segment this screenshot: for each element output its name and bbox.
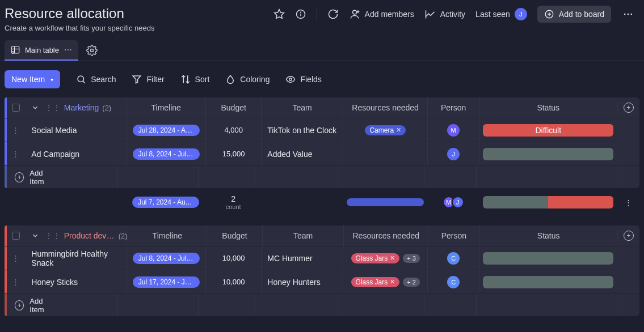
- drag-icon[interactable]: ⋮: [5, 278, 27, 286]
- col-resources[interactable]: Resources needed: [343, 97, 427, 118]
- filter-button[interactable]: Filter: [132, 74, 164, 84]
- chevron-down-icon[interactable]: [27, 104, 44, 112]
- row-name[interactable]: Honey Sticks: [27, 278, 126, 287]
- row-name[interactable]: Social Media: [27, 126, 126, 135]
- svg-line-23: [83, 81, 85, 83]
- row-name[interactable]: Hummingbird Healthy Snack: [27, 249, 126, 267]
- close-icon[interactable]: ✕: [390, 254, 395, 262]
- group-checkbox[interactable]: [12, 232, 20, 240]
- status-badge[interactable]: [483, 148, 613, 160]
- col-team[interactable]: Team: [262, 225, 343, 246]
- fields-button[interactable]: Fields: [285, 74, 321, 84]
- avatar[interactable]: J: [447, 148, 460, 160]
- coloring-button[interactable]: Coloring: [225, 74, 270, 84]
- timeline-pill[interactable]: Jul 8, 2024 - Jul 1…: [133, 253, 200, 264]
- svg-point-13: [631, 14, 633, 15]
- team-cell[interactable]: TikTok on the Clock: [261, 118, 343, 142]
- summary-persons[interactable]: M J: [427, 190, 478, 214]
- close-icon[interactable]: ✕: [390, 278, 395, 286]
- add-to-board-button[interactable]: Add to board: [537, 6, 611, 23]
- svg-point-18: [65, 49, 66, 50]
- row-name[interactable]: Ad Campaign: [27, 150, 126, 159]
- status-badge[interactable]: [483, 252, 613, 265]
- resource-tag[interactable]: Camera✕: [365, 125, 406, 135]
- add-members-button[interactable]: Add members: [349, 8, 414, 20]
- group-name[interactable]: Product devel…: [64, 231, 115, 240]
- col-status[interactable]: Status: [479, 225, 617, 246]
- team-cell[interactable]: MC Hummer: [261, 246, 343, 270]
- budget-cell[interactable]: 10,000: [205, 270, 261, 293]
- drag-icon[interactable]: ⋮: [5, 150, 27, 158]
- sort-button[interactable]: Sort: [180, 74, 210, 84]
- svg-point-17: [12, 52, 14, 54]
- col-person[interactable]: Person: [427, 97, 478, 118]
- more-icon[interactable]: [621, 7, 635, 21]
- add-item-label: Add Item: [30, 169, 56, 186]
- col-timeline[interactable]: Timeline: [126, 97, 205, 118]
- status-badge[interactable]: [483, 276, 613, 288]
- last-seen[interactable]: Last seen J: [475, 8, 527, 20]
- tab-main-table[interactable]: Main table: [5, 40, 78, 61]
- timeline-pill[interactable]: Jul 28, 2024 - Aug…: [133, 125, 200, 136]
- add-to-board-label: Add to board: [559, 10, 604, 19]
- status-badge[interactable]: Difficult: [483, 124, 613, 137]
- plus-icon[interactable]: +: [15, 172, 24, 182]
- drag-icon[interactable]: ⋮: [5, 254, 27, 262]
- col-budget[interactable]: Budget: [207, 225, 262, 246]
- team-cell[interactable]: Added Value: [261, 142, 343, 165]
- svg-point-11: [624, 14, 626, 15]
- chevron-down-icon[interactable]: [27, 232, 43, 240]
- info-icon[interactable]: [295, 8, 306, 20]
- resource-tag[interactable]: Glass Jars✕: [351, 277, 400, 287]
- timeline-pill[interactable]: Jul 17, 2024 - Jul …: [133, 276, 200, 288]
- col-budget[interactable]: Budget: [205, 97, 261, 118]
- add-item-row[interactable]: + Add Item: [5, 165, 639, 188]
- team-cell[interactable]: Honey Hunters: [261, 270, 343, 293]
- table-row[interactable]: ⋮ Hummingbird Healthy Snack Jul 8, 2024 …: [5, 246, 639, 270]
- more-icon[interactable]: ⋮: [617, 198, 639, 207]
- col-person[interactable]: Person: [428, 225, 479, 246]
- add-members-label: Add members: [365, 10, 414, 19]
- group-header-marketing[interactable]: ⋮⋮ Marketing (2) Timeline Budget Team Re…: [5, 97, 639, 118]
- group-header-product-devel[interactable]: ⋮⋮ Product devel… (2) Timeline Budget Te…: [5, 225, 639, 246]
- chevron-down-icon[interactable]: ▾: [50, 76, 53, 83]
- budget-cell[interactable]: 4,000: [205, 118, 261, 142]
- add-item-row[interactable]: + Add Item: [5, 293, 639, 316]
- avatar[interactable]: M: [447, 124, 460, 137]
- table-row[interactable]: ⋮ Honey Sticks Jul 17, 2024 - Jul … 10,0…: [5, 270, 639, 293]
- add-column-button[interactable]: +: [624, 103, 634, 113]
- resource-extra[interactable]: + 2: [403, 278, 420, 287]
- tab-more-icon[interactable]: [64, 45, 73, 54]
- new-item-button[interactable]: New Item ▾: [5, 70, 60, 88]
- star-icon[interactable]: [273, 8, 285, 20]
- search-button[interactable]: Search: [76, 74, 116, 84]
- resource-tag[interactable]: Glass Jars✕: [351, 253, 400, 263]
- drag-icon[interactable]: ⋮⋮: [45, 231, 61, 240]
- add-column-button[interactable]: +: [624, 231, 634, 241]
- budget-cell[interactable]: 10,000: [205, 246, 261, 270]
- summary-timeline[interactable]: Jul 7, 2024 - Aug …: [132, 197, 199, 208]
- drag-icon[interactable]: ⋮: [5, 126, 27, 134]
- resource-extra[interactable]: + 3: [403, 254, 420, 263]
- avatar[interactable]: C: [447, 252, 460, 265]
- activity-button[interactable]: Activity: [424, 8, 465, 20]
- drag-icon[interactable]: ⋮⋮: [45, 103, 61, 112]
- col-status[interactable]: Status: [479, 97, 617, 118]
- group-name[interactable]: Marketing: [64, 103, 99, 112]
- col-team[interactable]: Team: [261, 97, 343, 118]
- col-resources[interactable]: Resources needed: [343, 225, 428, 246]
- col-timeline[interactable]: Timeline: [128, 225, 207, 246]
- budget-cell[interactable]: 15,000: [205, 142, 261, 165]
- sync-icon[interactable]: [327, 8, 339, 20]
- table-row[interactable]: ⋮ Social Media Jul 28, 2024 - Aug… 4,000…: [5, 118, 639, 142]
- group-checkbox[interactable]: [12, 104, 20, 112]
- table-row[interactable]: ⋮ Ad Campaign Jul 8, 2024 - Jul 2… 15,00…: [5, 142, 639, 165]
- plus-icon[interactable]: +: [15, 300, 24, 310]
- sort-label: Sort: [195, 75, 210, 84]
- gear-icon[interactable]: [86, 45, 98, 56]
- group-count: (2): [119, 232, 128, 240]
- resources-cell[interactable]: [343, 142, 427, 165]
- close-icon[interactable]: ✕: [396, 126, 401, 134]
- avatar[interactable]: C: [447, 276, 460, 288]
- timeline-pill[interactable]: Jul 8, 2024 - Jul 2…: [133, 148, 200, 160]
